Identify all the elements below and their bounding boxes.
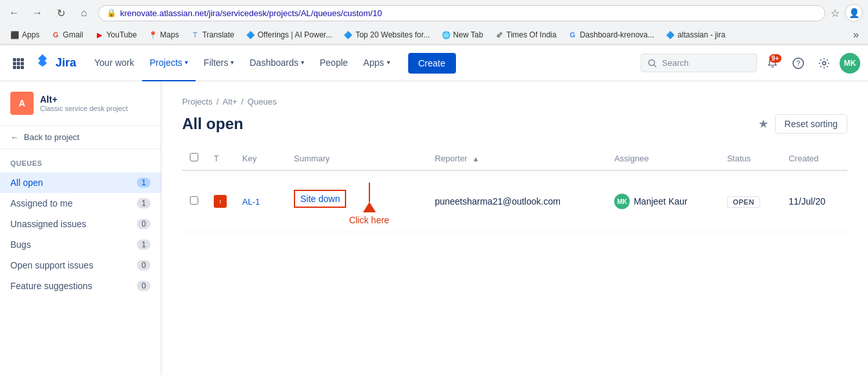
assignee-name: Manjeet Kaur (634, 196, 687, 207)
bookmark-maps[interactable]: 📍 Maps (143, 28, 184, 41)
bookmark-youtube[interactable]: ▶ YouTube (90, 28, 142, 41)
newtab-icon: 🌐 (442, 30, 451, 39)
annotation: Click here (349, 183, 389, 225)
sidebar-item-all-open[interactable]: All open 1 (0, 172, 161, 193)
svg-rect-3 (13, 62, 16, 65)
create-button[interactable]: Create (408, 53, 456, 74)
summary-link[interactable]: Site down (294, 190, 346, 208)
row-checkbox[interactable] (190, 196, 198, 205)
svg-line-10 (654, 65, 657, 67)
th-assignee[interactable]: Assignee (606, 147, 719, 170)
bookmarks-more-button[interactable]: » (849, 28, 863, 42)
search-field[interactable]: Search (641, 54, 757, 72)
select-all-checkbox[interactable] (190, 153, 198, 161)
notifications-button[interactable]: 9+ (762, 53, 783, 74)
sidebar-item-bugs[interactable]: Bugs 1 (0, 234, 161, 255)
nav-your-work[interactable]: Your work (87, 45, 142, 81)
refresh-button[interactable]: ↻ (52, 4, 70, 22)
bookmark-atlassian[interactable]: 🔷 altassian - jira (661, 28, 730, 41)
back-to-project-link[interactable]: ← Back to project (0, 126, 161, 149)
row-key-cell: AL-1 (234, 170, 286, 232)
svg-point-13 (823, 61, 826, 65)
translate-icon: T (191, 30, 200, 39)
issue-key[interactable]: AL-1 (242, 197, 260, 207)
help-button[interactable]: ? (788, 53, 809, 74)
nav-filters[interactable]: Filters ▾ (196, 45, 242, 81)
bookmark-timesofind[interactable]: 🗞 Times Of India (490, 28, 562, 41)
th-created[interactable]: Created (781, 147, 847, 170)
back-arrow-icon: ← (10, 132, 19, 142)
grid-icon (12, 57, 24, 69)
svg-text:!: ! (220, 199, 222, 205)
dashboard-icon: G (568, 30, 577, 39)
annotation-text: Click here (349, 215, 389, 225)
annotation-arrowhead (363, 202, 376, 212)
th-summary[interactable]: Summary (286, 147, 427, 170)
gmail-icon: G (51, 30, 60, 39)
forward-button[interactable]: → (28, 4, 46, 22)
reset-sorting-button[interactable]: Reset sorting (775, 114, 847, 134)
sidebar-item-assigned-to-me[interactable]: Assigned to me 1 (0, 193, 161, 214)
app-switcher-button[interactable] (8, 53, 28, 74)
browser-profile-button[interactable]: 👤 (845, 4, 863, 22)
page-title-row: All open ★ Reset sorting (182, 114, 847, 134)
back-button[interactable]: ← (5, 4, 23, 22)
user-avatar[interactable]: MK (840, 53, 860, 74)
row-summary-cell: Site down Click here (286, 170, 427, 232)
bookmark-offerings[interactable]: 🔷 Offerings | AI Power... (241, 28, 338, 41)
nav-items: Your work Projects ▾ Filters ▾ Dashboard… (87, 45, 397, 81)
sidebar-item-feature-suggestions[interactable]: Feature suggestions 0 (0, 276, 161, 296)
nav-projects[interactable]: Projects ▾ (142, 45, 196, 81)
sidebar-project-info: Alt+ Classic service desk project (40, 94, 128, 112)
sidebar-project: A Alt+ Classic service desk project (0, 81, 161, 126)
home-button[interactable]: ⌂ (75, 4, 93, 22)
bookmark-translate[interactable]: T Translate (185, 28, 240, 41)
bookmark-gmail[interactable]: G Gmail (46, 28, 88, 41)
project-icon: A (10, 92, 34, 115)
sort-asc-icon: ▲ (472, 155, 479, 163)
svg-point-9 (649, 59, 655, 65)
settings-button[interactable] (814, 53, 834, 74)
breadcrumb: Projects / Alt+ / Queues (182, 97, 847, 106)
bookmark-apps[interactable]: ⬛ Apps (5, 28, 45, 41)
search-icon (648, 59, 657, 68)
favorite-button[interactable]: ★ (758, 117, 769, 131)
maps-icon: 📍 (149, 30, 158, 39)
svg-rect-5 (21, 62, 24, 65)
svg-rect-1 (17, 58, 20, 61)
apps-icon: ⬛ (10, 30, 19, 39)
svg-rect-0 (13, 58, 16, 61)
bookmark-dashboard[interactable]: G Dashboard-krenova... (563, 28, 659, 41)
settings-icon (818, 57, 830, 69)
th-checkbox (182, 147, 206, 170)
bug-icon: ! (216, 198, 224, 205)
breadcrumb-current: Queues (247, 97, 277, 106)
bookmark-top20[interactable]: 🔷 Top 20 Websites for... (338, 28, 435, 41)
issues-table: T Key Summary Reporter ▲ Assignee Status… (182, 147, 847, 232)
issue-type-icon: ! (214, 195, 227, 208)
svg-rect-6 (13, 66, 16, 69)
breadcrumb-project[interactable]: Alt+ (223, 97, 238, 106)
address-url: krenovate.atlassian.net/jira/servicedesk… (120, 8, 817, 18)
nav-dashboards[interactable]: Dashboards ▾ (242, 45, 312, 81)
nav-apps[interactable]: Apps ▾ (356, 45, 398, 81)
table-row: ! AL-1 Site down Click (182, 170, 847, 232)
bookmark-star-icon[interactable]: ☆ (831, 7, 840, 19)
th-type[interactable]: T (206, 147, 234, 170)
sidebar-project-name: Alt+ (40, 94, 128, 105)
nav-people[interactable]: People (312, 45, 356, 81)
th-key[interactable]: Key (234, 147, 286, 170)
page-title: All open (182, 115, 243, 133)
address-bar[interactable]: 🔒 krenovate.atlassian.net/jira/servicede… (98, 5, 825, 21)
th-status[interactable]: Status (719, 147, 781, 170)
breadcrumb-sep-1: / (216, 97, 219, 106)
sidebar-item-open-support[interactable]: Open support issues 0 (0, 255, 161, 276)
jira-app: Jira Your work Projects ▾ Filters ▾ Dash… (0, 45, 868, 375)
bookmark-newtab[interactable]: 🌐 New Tab (437, 28, 488, 41)
sidebar-queues-title: Queues (0, 149, 161, 172)
th-reporter[interactable]: Reporter ▲ (427, 147, 606, 170)
jira-logo[interactable]: Jira (34, 54, 76, 72)
breadcrumb-projects[interactable]: Projects (182, 97, 212, 106)
svg-rect-4 (17, 62, 20, 65)
sidebar-item-unassigned[interactable]: Unassigned issues 0 (0, 214, 161, 234)
